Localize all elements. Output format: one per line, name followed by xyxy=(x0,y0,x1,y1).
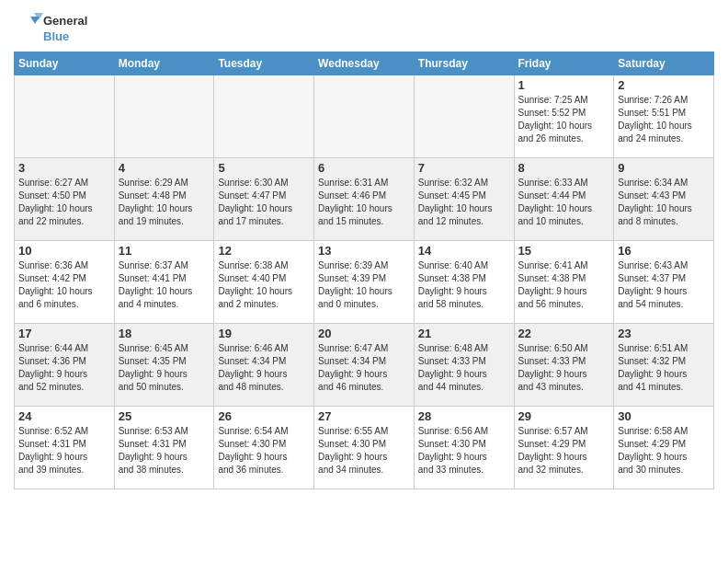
day-number: 11 xyxy=(119,244,210,258)
calendar-cell: 17Sunrise: 6:44 AM Sunset: 4:36 PM Dayli… xyxy=(15,324,115,407)
day-number: 8 xyxy=(518,161,610,175)
day-info: Sunrise: 6:45 AM Sunset: 4:35 PM Dayligh… xyxy=(119,342,210,394)
calendar-cell: 20Sunrise: 6:47 AM Sunset: 4:34 PM Dayli… xyxy=(314,324,415,407)
day-info: Sunrise: 6:52 AM Sunset: 4:31 PM Dayligh… xyxy=(18,425,110,477)
day-info: Sunrise: 6:47 AM Sunset: 4:34 PM Dayligh… xyxy=(318,342,410,394)
day-number: 15 xyxy=(518,244,610,258)
day-number: 17 xyxy=(18,327,110,340)
calendar-cell: 19Sunrise: 6:46 AM Sunset: 4:34 PM Dayli… xyxy=(214,324,314,407)
day-info: Sunrise: 7:26 AM Sunset: 5:51 PM Dayligh… xyxy=(618,94,710,145)
calendar-cell: 4Sunrise: 6:29 AM Sunset: 4:48 PM Daylig… xyxy=(114,158,214,241)
day-info: Sunrise: 6:53 AM Sunset: 4:31 PM Dayligh… xyxy=(119,425,210,477)
calendar-table: SundayMondayTuesdayWednesdayThursdayFrid… xyxy=(14,52,714,489)
day-info: Sunrise: 6:43 AM Sunset: 4:37 PM Dayligh… xyxy=(618,259,710,311)
calendar-cell: 21Sunrise: 6:48 AM Sunset: 4:33 PM Dayli… xyxy=(414,324,514,407)
day-number: 2 xyxy=(618,78,710,92)
day-info: Sunrise: 6:55 AM Sunset: 4:30 PM Dayligh… xyxy=(318,425,410,477)
day-number: 23 xyxy=(618,327,710,340)
header-friday: Friday xyxy=(514,52,614,75)
day-info: Sunrise: 7:25 AM Sunset: 5:52 PM Dayligh… xyxy=(518,94,610,145)
header-saturday: Saturday xyxy=(614,52,714,75)
calendar-cell xyxy=(314,75,415,158)
week-row-1: 1Sunrise: 7:25 AM Sunset: 5:52 PM Daylig… xyxy=(15,75,714,158)
calendar-cell: 15Sunrise: 6:41 AM Sunset: 4:38 PM Dayli… xyxy=(514,241,614,324)
day-info: Sunrise: 6:30 AM Sunset: 4:47 PM Dayligh… xyxy=(218,177,310,228)
calendar-cell: 6Sunrise: 6:31 AM Sunset: 4:46 PM Daylig… xyxy=(314,158,415,241)
day-number: 14 xyxy=(418,244,510,258)
calendar-cell: 27Sunrise: 6:55 AM Sunset: 4:30 PM Dayli… xyxy=(314,407,415,489)
calendar-cell xyxy=(114,75,214,158)
day-number: 30 xyxy=(618,409,710,423)
day-number: 16 xyxy=(618,244,710,258)
day-info: Sunrise: 6:29 AM Sunset: 4:48 PM Dayligh… xyxy=(119,177,210,228)
logo: General Blue xyxy=(14,13,87,46)
calendar-cell: 3Sunrise: 6:27 AM Sunset: 4:50 PM Daylig… xyxy=(15,158,115,241)
day-info: Sunrise: 6:32 AM Sunset: 4:45 PM Dayligh… xyxy=(418,177,510,228)
day-number: 22 xyxy=(518,327,610,340)
day-info: Sunrise: 6:40 AM Sunset: 4:38 PM Dayligh… xyxy=(418,259,510,311)
header-thursday: Thursday xyxy=(414,52,514,75)
header-sunday: Sunday xyxy=(15,52,115,75)
day-number: 29 xyxy=(518,409,610,423)
calendar-cell: 18Sunrise: 6:45 AM Sunset: 4:35 PM Dayli… xyxy=(114,324,214,407)
header-wednesday: Wednesday xyxy=(314,52,415,75)
calendar-cell: 2Sunrise: 7:26 AM Sunset: 5:51 PM Daylig… xyxy=(614,75,714,158)
calendar-cell: 11Sunrise: 6:37 AM Sunset: 4:41 PM Dayli… xyxy=(114,241,214,324)
day-info: Sunrise: 6:31 AM Sunset: 4:46 PM Dayligh… xyxy=(318,177,410,228)
week-row-5: 24Sunrise: 6:52 AM Sunset: 4:31 PM Dayli… xyxy=(15,407,714,489)
calendar-cell: 23Sunrise: 6:51 AM Sunset: 4:32 PM Dayli… xyxy=(614,324,714,407)
day-info: Sunrise: 6:58 AM Sunset: 4:29 PM Dayligh… xyxy=(618,425,710,477)
header-monday: Monday xyxy=(114,52,214,75)
day-number: 20 xyxy=(318,327,410,340)
day-info: Sunrise: 6:39 AM Sunset: 4:39 PM Dayligh… xyxy=(318,259,410,311)
day-number: 12 xyxy=(218,244,310,258)
day-number: 3 xyxy=(18,161,110,175)
day-number: 5 xyxy=(218,161,310,175)
calendar-cell xyxy=(15,75,115,158)
day-number: 10 xyxy=(18,244,110,258)
day-number: 25 xyxy=(119,409,210,423)
week-row-3: 10Sunrise: 6:36 AM Sunset: 4:42 PM Dayli… xyxy=(15,241,714,324)
day-number: 7 xyxy=(418,161,510,175)
day-info: Sunrise: 6:38 AM Sunset: 4:40 PM Dayligh… xyxy=(218,259,310,311)
day-number: 6 xyxy=(318,161,410,175)
calendar-cell xyxy=(414,75,514,158)
calendar-cell: 9Sunrise: 6:34 AM Sunset: 4:43 PM Daylig… xyxy=(614,158,714,241)
calendar-cell: 5Sunrise: 6:30 AM Sunset: 4:47 PM Daylig… xyxy=(214,158,314,241)
day-number: 13 xyxy=(318,244,410,258)
day-number: 21 xyxy=(418,327,510,340)
page-header: General Blue xyxy=(14,9,714,46)
calendar-cell: 7Sunrise: 6:32 AM Sunset: 4:45 PM Daylig… xyxy=(414,158,514,241)
day-number: 27 xyxy=(318,409,410,423)
day-number: 19 xyxy=(218,327,310,340)
day-info: Sunrise: 6:44 AM Sunset: 4:36 PM Dayligh… xyxy=(18,342,110,394)
day-info: Sunrise: 6:33 AM Sunset: 4:44 PM Dayligh… xyxy=(518,177,610,228)
calendar-cell: 24Sunrise: 6:52 AM Sunset: 4:31 PM Dayli… xyxy=(15,407,115,489)
calendar-cell: 16Sunrise: 6:43 AM Sunset: 4:37 PM Dayli… xyxy=(614,241,714,324)
logo-graphic xyxy=(14,13,43,46)
day-info: Sunrise: 6:36 AM Sunset: 4:42 PM Dayligh… xyxy=(18,259,110,311)
day-number: 4 xyxy=(119,161,210,175)
calendar-cell: 10Sunrise: 6:36 AM Sunset: 4:42 PM Dayli… xyxy=(15,241,115,324)
calendar-cell: 29Sunrise: 6:57 AM Sunset: 4:29 PM Dayli… xyxy=(514,407,614,489)
day-number: 1 xyxy=(518,78,610,92)
calendar-cell: 30Sunrise: 6:58 AM Sunset: 4:29 PM Dayli… xyxy=(614,407,714,489)
day-info: Sunrise: 6:48 AM Sunset: 4:33 PM Dayligh… xyxy=(418,342,510,394)
header-tuesday: Tuesday xyxy=(214,52,314,75)
day-info: Sunrise: 6:56 AM Sunset: 4:30 PM Dayligh… xyxy=(418,425,510,477)
day-info: Sunrise: 6:51 AM Sunset: 4:32 PM Dayligh… xyxy=(618,342,710,394)
day-number: 26 xyxy=(218,409,310,423)
day-info: Sunrise: 6:27 AM Sunset: 4:50 PM Dayligh… xyxy=(18,177,110,228)
day-number: 18 xyxy=(119,327,210,340)
calendar-cell: 8Sunrise: 6:33 AM Sunset: 4:44 PM Daylig… xyxy=(514,158,614,241)
calendar-cell: 13Sunrise: 6:39 AM Sunset: 4:39 PM Dayli… xyxy=(314,241,415,324)
day-info: Sunrise: 6:46 AM Sunset: 4:34 PM Dayligh… xyxy=(218,342,310,394)
calendar-cell: 1Sunrise: 7:25 AM Sunset: 5:52 PM Daylig… xyxy=(514,75,614,158)
calendar-cell: 12Sunrise: 6:38 AM Sunset: 4:40 PM Dayli… xyxy=(214,241,314,324)
day-info: Sunrise: 6:54 AM Sunset: 4:30 PM Dayligh… xyxy=(218,425,310,477)
day-info: Sunrise: 6:34 AM Sunset: 4:43 PM Dayligh… xyxy=(618,177,710,228)
calendar-cell: 28Sunrise: 6:56 AM Sunset: 4:30 PM Dayli… xyxy=(414,407,514,489)
calendar-cell: 25Sunrise: 6:53 AM Sunset: 4:31 PM Dayli… xyxy=(114,407,214,489)
day-info: Sunrise: 6:37 AM Sunset: 4:41 PM Dayligh… xyxy=(119,259,210,311)
calendar-cell: 26Sunrise: 6:54 AM Sunset: 4:30 PM Dayli… xyxy=(214,407,314,489)
